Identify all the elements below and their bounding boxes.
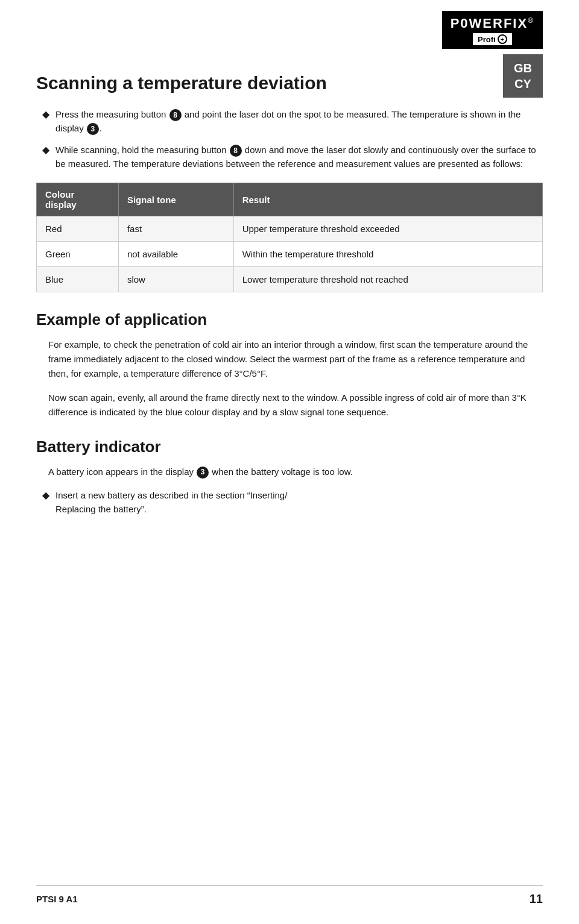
example-paragraph-2: Now scan again, evenly, all around the f… <box>36 391 543 420</box>
bullet-text-2: While scanning, hold the measuring butto… <box>55 143 543 171</box>
registered-icon: ® <box>528 16 534 25</box>
diamond-icon-3: ◆ <box>42 489 49 501</box>
cell-signal-3: slow <box>118 267 233 292</box>
col-header-signal: Signal tone <box>118 183 233 216</box>
temperature-table: Colourdisplay Signal tone Result Red fas… <box>36 183 543 292</box>
table-header-row: Colourdisplay Signal tone Result <box>37 183 543 216</box>
diamond-icon-1: ◆ <box>42 108 49 120</box>
circle-num-3-1: 3 <box>87 123 99 135</box>
profi-logo: Profi + <box>473 33 512 45</box>
table-row: Blue slow Lower temperature threshold no… <box>37 267 543 292</box>
footer: PTSI 9 A1 11 <box>36 885 543 906</box>
col-header-colour: Colourdisplay <box>37 183 119 216</box>
circle-num-8-2: 8 <box>230 145 242 157</box>
cell-signal-1: fast <box>118 216 233 242</box>
cell-colour-1: Red <box>37 216 119 242</box>
bullet-item-2: ◆ While scanning, hold the measuring but… <box>36 143 543 171</box>
circle-num-8-1: 8 <box>169 109 182 121</box>
cell-result-3: Lower temperature threshold not reached <box>233 267 542 292</box>
cell-signal-2: not available <box>118 242 233 267</box>
section2-title: Example of application <box>36 310 543 329</box>
profi-plus-icon: + <box>498 34 507 44</box>
cell-result-2: Within the temperature threshold <box>233 242 542 267</box>
cell-colour-3: Blue <box>37 267 119 292</box>
example-paragraph-1: For example, to check the penetration of… <box>36 338 543 381</box>
country-line2: CY <box>514 76 532 92</box>
example-section: Example of application For example, to c… <box>36 310 543 420</box>
battery-section: Battery indicator A battery icon appears… <box>36 438 543 516</box>
battery-bullet-text: Insert a new battery as described in the… <box>55 489 543 516</box>
cell-colour-2: Green <box>37 242 119 267</box>
section3-title: Battery indicator <box>36 438 543 456</box>
cell-result-1: Upper temperature threshold exceeded <box>233 216 542 242</box>
table-row: Green not available Within the temperatu… <box>37 242 543 267</box>
bullet-item-1: ◆ Press the measuring button 8 and point… <box>36 108 543 135</box>
page: P0WERFIX® Profi + GB CY Scanning a tempe… <box>0 0 579 924</box>
section1-title: Scanning a temperature deviation <box>36 73 543 93</box>
powerfix-logo: P0WERFIX® <box>451 16 534 31</box>
col-header-result: Result <box>233 183 542 216</box>
country-badge: GB CY <box>503 54 543 98</box>
header: P0WERFIX® Profi + <box>36 0 543 49</box>
country-line1: GB <box>514 60 532 76</box>
battery-bullet-item: ◆ Insert a new battery as described in t… <box>36 489 543 516</box>
logo-box: P0WERFIX® Profi + <box>442 11 543 49</box>
main-content: Scanning a temperature deviation ◆ Press… <box>36 55 543 516</box>
battery-body-text: A battery icon appears in the display 3 … <box>36 465 543 479</box>
bullet-text-1: Press the measuring button 8 and point t… <box>55 108 543 135</box>
table-row: Red fast Upper temperature threshold exc… <box>37 216 543 242</box>
footer-right: 11 <box>530 892 543 906</box>
diamond-icon-2: ◆ <box>42 144 49 156</box>
footer-left: PTSI 9 A1 <box>36 894 78 904</box>
circle-num-3-2: 3 <box>197 467 209 479</box>
profi-text: Profi <box>478 35 496 44</box>
